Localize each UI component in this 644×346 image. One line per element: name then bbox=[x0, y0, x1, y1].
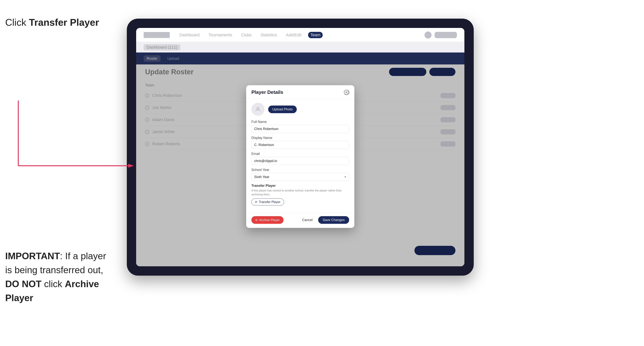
display-name-input[interactable] bbox=[252, 141, 349, 149]
modal-header: Player Details ✕ bbox=[246, 85, 354, 99]
transfer-section-description: If this player has moved to another scho… bbox=[252, 188, 349, 196]
nav-item-addedit[interactable]: Add/Edit bbox=[284, 32, 304, 38]
archive-icon: ⊘ bbox=[255, 218, 258, 222]
full-name-group: Full Name bbox=[252, 120, 349, 133]
modal-body: Upload Photo Full Name Display Name bbox=[246, 99, 354, 213]
instruction-bottom: IMPORTANT: If a player is being transfer… bbox=[5, 249, 114, 305]
app-header: Dashboard Tournaments Clubs Statistics A… bbox=[136, 28, 464, 42]
annotation-arrow bbox=[9, 101, 140, 179]
app-nav: Dashboard Tournaments Clubs Statistics A… bbox=[177, 32, 417, 38]
school-year-select[interactable]: First Year Second Year Third Year Fourth… bbox=[252, 173, 349, 181]
nav-item-tournaments[interactable]: Tournaments bbox=[206, 32, 234, 38]
header-add-btn[interactable] bbox=[434, 32, 457, 38]
save-changes-button[interactable]: Save Changes bbox=[318, 216, 349, 224]
nav-item-dashboard[interactable]: Dashboard bbox=[177, 32, 202, 38]
full-name-input[interactable] bbox=[252, 125, 349, 133]
sub-header-label: Dashboard (111) bbox=[144, 44, 180, 50]
archive-player-button[interactable]: ⊘ Archive Player bbox=[252, 216, 284, 224]
nav-item-clubs[interactable]: Clubs bbox=[239, 32, 254, 38]
sub-header: Dashboard (111) bbox=[136, 42, 464, 52]
photo-upload-row: Upload Photo bbox=[252, 103, 349, 116]
transfer-icon: ⟳ bbox=[255, 200, 258, 204]
full-name-label: Full Name bbox=[252, 120, 349, 124]
email-group: Email bbox=[252, 152, 349, 165]
tablet-screen: Dashboard Tournaments Clubs Statistics A… bbox=[136, 28, 464, 266]
header-right bbox=[424, 31, 457, 38]
nav-item-statistics[interactable]: Statistics bbox=[258, 32, 279, 38]
transfer-section-title: Transfer Player bbox=[252, 184, 349, 188]
email-label: Email bbox=[252, 152, 349, 156]
do-not-label: DO NOT bbox=[5, 279, 42, 289]
upload-photo-button[interactable]: Upload Photo bbox=[268, 105, 297, 113]
modal-title: Player Details bbox=[252, 89, 283, 95]
modal-footer: ⊘ Archive Player Cancel Save Changes bbox=[246, 213, 354, 228]
dashboard-label: Dashboard (111) bbox=[146, 45, 177, 49]
photo-placeholder bbox=[252, 103, 264, 116]
school-year-label: School Year bbox=[252, 168, 349, 172]
instruction-prefix: Click bbox=[5, 17, 29, 28]
display-name-group: Display Name bbox=[252, 136, 349, 149]
nav-item-team[interactable]: Team bbox=[308, 32, 323, 38]
transfer-player-section: Transfer Player If this player has moved… bbox=[252, 184, 349, 206]
modal-close-button[interactable]: ✕ bbox=[344, 90, 349, 95]
player-details-modal: Player Details ✕ Upload Photo bbox=[246, 85, 354, 228]
school-year-select-wrapper: First Year Second Year Third Year Fourth… bbox=[252, 173, 349, 181]
important-label: IMPORTANT bbox=[5, 251, 60, 261]
instruction-end: click bbox=[42, 279, 65, 289]
email-input[interactable] bbox=[252, 157, 349, 165]
header-avatar bbox=[424, 31, 432, 38]
transfer-btn-label: Transfer Player bbox=[259, 200, 280, 204]
svg-point-3 bbox=[257, 107, 259, 109]
instruction-top: Click Transfer Player bbox=[5, 17, 99, 28]
app-logo bbox=[144, 32, 170, 38]
transfer-player-button[interactable]: ⟳ Transfer Player bbox=[252, 198, 284, 206]
instruction-bold: Transfer Player bbox=[29, 17, 99, 28]
content-area: Roster Upload Update Roster Team Chris R… bbox=[136, 52, 464, 266]
archive-label: Archive Player bbox=[259, 218, 280, 222]
display-name-label: Display Name bbox=[252, 136, 349, 140]
tablet-device: Dashboard Tournaments Clubs Statistics A… bbox=[127, 19, 474, 276]
school-year-group: School Year First Year Second Year Third… bbox=[252, 168, 349, 181]
cancel-button[interactable]: Cancel bbox=[299, 216, 316, 224]
